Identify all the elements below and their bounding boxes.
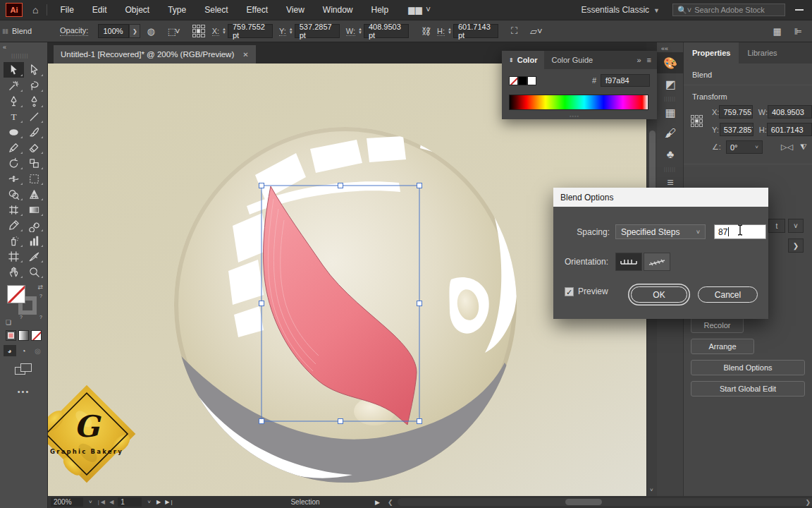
tool-artboard-icon[interactable] bbox=[4, 248, 24, 264]
blend-options-button[interactable]: Blend Options bbox=[691, 360, 805, 375]
tool-slice-icon[interactable] bbox=[24, 248, 44, 264]
tool-free-transform-icon[interactable] bbox=[24, 171, 44, 186]
reference-point-icon[interactable] bbox=[691, 115, 703, 127]
cancel-button[interactable]: Cancel bbox=[698, 286, 758, 303]
dropdown-chevron-icon[interactable]: ˅ bbox=[788, 219, 804, 233]
opacity-label[interactable]: Opacity: bbox=[60, 26, 88, 36]
default-fill-stroke-icon[interactable]: ❏ bbox=[6, 319, 11, 326]
distribute-panel-icon[interactable]: ⊫ bbox=[794, 26, 802, 37]
draw-inside-icon[interactable]: ◎ bbox=[32, 345, 44, 356]
white-swatch[interactable] bbox=[527, 76, 536, 85]
menu-window[interactable]: Window bbox=[323, 5, 353, 15]
tab-color-guide[interactable]: Color Guide bbox=[544, 51, 600, 69]
reference-point-icon[interactable] bbox=[192, 25, 205, 37]
tool-pencil-icon[interactable] bbox=[4, 140, 24, 155]
opacity-expand-button[interactable]: ❯ bbox=[129, 24, 140, 38]
tool-magic-wand-icon[interactable] bbox=[4, 78, 24, 93]
menu-object[interactable]: Object bbox=[125, 5, 150, 15]
align-to-path-button[interactable] bbox=[644, 253, 670, 271]
tool-eraser-icon[interactable] bbox=[24, 140, 44, 155]
menu-effect[interactable]: Effect bbox=[247, 5, 268, 15]
tool-symbol-sprayer-icon[interactable] bbox=[4, 233, 24, 248]
artboard-dropdown-icon[interactable]: ˅ bbox=[147, 499, 151, 505]
align-to-page-button[interactable] bbox=[615, 253, 642, 271]
menu-edit[interactable]: Edit bbox=[92, 5, 107, 15]
scroll-left-icon[interactable]: ❮ bbox=[388, 499, 393, 506]
shear-icon[interactable]: ▱˅ bbox=[530, 26, 543, 37]
panel-menu-icon[interactable]: ≡ bbox=[647, 56, 651, 64]
black-swatch[interactable] bbox=[518, 76, 527, 85]
y-stepper[interactable]: ▲▼ bbox=[289, 28, 293, 35]
spacing-dropdown[interactable]: Specified Steps˅ bbox=[615, 224, 706, 239]
gradient-panel-icon[interactable]: ◩ bbox=[657, 73, 684, 95]
draw-behind-icon[interactable]: ◔ bbox=[18, 345, 30, 356]
zoom-dropdown-icon[interactable]: ˅ bbox=[89, 499, 92, 505]
tool-mesh-icon[interactable] bbox=[4, 202, 24, 217]
dialog-title[interactable]: Blend Options bbox=[553, 188, 768, 207]
edit-toolbar-icon[interactable]: ••• bbox=[0, 387, 47, 396]
none-button[interactable] bbox=[31, 330, 42, 341]
h-value-field[interactable]: 601.7143 pt bbox=[453, 24, 498, 38]
tool-shape-builder-icon[interactable] bbox=[4, 186, 24, 202]
scroll-right-icon[interactable]: ❯ bbox=[805, 499, 811, 506]
color-palette-panel-icon[interactable]: 🎨 bbox=[657, 52, 684, 73]
h-stepper[interactable]: ▲▼ bbox=[448, 28, 452, 35]
tool-type-icon[interactable]: T bbox=[4, 109, 24, 124]
ok-button[interactable]: OK bbox=[631, 286, 687, 303]
menu-type[interactable]: Type bbox=[168, 5, 186, 15]
x-stepper[interactable]: ▲▼ bbox=[222, 28, 226, 35]
minimize-icon[interactable] bbox=[795, 9, 804, 11]
fill-stroke-control[interactable]: ? ? ? ? ⇄ ❏ bbox=[0, 284, 47, 327]
tool-curvature-icon[interactable] bbox=[24, 93, 44, 109]
y-value-field[interactable]: 537.2857 pt bbox=[295, 24, 340, 38]
next-artboard-icon[interactable]: ▶ ▶| bbox=[156, 499, 174, 505]
scroll-down-icon[interactable]: ˅ bbox=[650, 487, 653, 493]
x-value-field[interactable]: 759.7552 pt bbox=[228, 24, 273, 38]
expand-panels-icon[interactable]: «« bbox=[657, 42, 683, 52]
color-button[interactable] bbox=[6, 330, 16, 341]
swap-fill-stroke-icon[interactable]: ⇄ bbox=[37, 284, 43, 291]
panel-grip[interactable]: |||||||| bbox=[11, 52, 29, 59]
hex-value-field[interactable]: f97a84 bbox=[601, 74, 650, 87]
status-expand-icon[interactable]: ▶ bbox=[375, 499, 380, 506]
tool-selection-icon[interactable] bbox=[4, 62, 24, 78]
tool-scale-icon[interactable] bbox=[24, 155, 44, 171]
swatches-panel-icon[interactable]: ▦ bbox=[657, 102, 684, 123]
tab-properties[interactable]: Properties bbox=[684, 42, 739, 64]
tool-zoom-icon[interactable] bbox=[24, 264, 44, 279]
preview-checkbox[interactable]: ✓ bbox=[565, 287, 574, 296]
tool-pen-icon[interactable] bbox=[4, 93, 24, 109]
close-tab-icon[interactable]: ✕ bbox=[242, 51, 248, 59]
start-global-edit-button[interactable]: Start Global Edit bbox=[691, 381, 805, 397]
illustrator-app-icon[interactable]: Ai bbox=[6, 3, 23, 17]
w-value-field[interactable]: 408.9503 pt bbox=[364, 24, 409, 38]
document-tab[interactable]: Untitled-1 [Recovered]* @ 200% (RGB/Prev… bbox=[54, 45, 256, 64]
tool-direct-selection-icon[interactable] bbox=[24, 62, 44, 78]
menu-file[interactable]: File bbox=[60, 5, 73, 15]
tool-width-icon[interactable] bbox=[4, 171, 24, 186]
horizontal-scrollbar-thumb[interactable] bbox=[565, 499, 602, 505]
align-panel-icon[interactable]: ▦ bbox=[773, 26, 781, 37]
x-field[interactable]: 759.7552 p bbox=[719, 105, 752, 119]
screen-mode-icon[interactable] bbox=[15, 363, 33, 376]
tool-lasso-icon[interactable] bbox=[24, 78, 44, 93]
collapse-panel-icon[interactable]: » bbox=[636, 56, 641, 64]
draw-normal-icon[interactable]: ◕ bbox=[4, 345, 16, 356]
workspace-switcher[interactable]: Essentials Classic▼ bbox=[581, 5, 660, 15]
h-field[interactable]: 601.7143 bbox=[767, 123, 812, 136]
arrange-documents-icon[interactable]: ▆▆ ˅ bbox=[408, 5, 431, 15]
flip-horizontal-icon[interactable]: ▷◁ bbox=[781, 143, 793, 152]
none-swatch[interactable] bbox=[509, 76, 518, 85]
home-icon[interactable]: ⌂ bbox=[32, 4, 38, 16]
tool-hand-icon[interactable] bbox=[4, 264, 24, 279]
tool-perspective-grid-icon[interactable] bbox=[24, 186, 44, 202]
brushes-panel-icon[interactable]: 🖌 bbox=[657, 123, 684, 144]
w-stepper[interactable]: ▲▼ bbox=[358, 28, 362, 35]
transform-icon[interactable]: ⛶ bbox=[511, 25, 517, 37]
gradient-button[interactable] bbox=[18, 330, 29, 341]
more-options-icon[interactable]: ❯ bbox=[788, 238, 804, 253]
collapse-tools-icon[interactable]: « bbox=[3, 44, 6, 51]
first-artboard-icon[interactable]: |◀ ◀ bbox=[98, 499, 116, 505]
tool-paintbrush-icon[interactable] bbox=[24, 124, 44, 140]
panel-resize-grip[interactable]: ▪▪▪▪ bbox=[570, 114, 579, 119]
